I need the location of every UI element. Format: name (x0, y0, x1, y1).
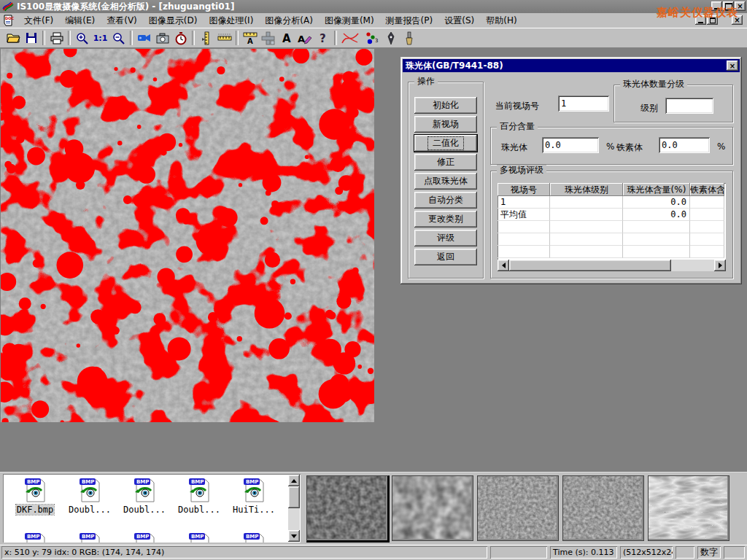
camera-capture-button[interactable] (153, 30, 171, 47)
file-browser-panel: BMP DKF.bmp BMP Doubl... (0, 472, 747, 545)
toolbar-separator (130, 31, 133, 45)
curve-tool-button[interactable] (339, 30, 361, 47)
file-item[interactable]: BMP Doubl... (173, 476, 225, 515)
toolbar-separator (42, 31, 45, 45)
hscroll-thumb[interactable] (509, 260, 671, 271)
menu-help[interactable]: 帮助(H) (480, 13, 522, 28)
toolbar-separator (334, 31, 337, 45)
one-to-one-icon: 1:1 (93, 34, 108, 43)
new-field-button[interactable]: 新视场 (414, 116, 477, 133)
brush-tool-button[interactable] (400, 30, 418, 47)
scroll-right-button[interactable] (714, 260, 726, 271)
pen-tool-button[interactable] (382, 30, 400, 47)
current-field-input[interactable] (558, 96, 609, 112)
change-class-button[interactable]: 更改类别 (414, 211, 477, 228)
table-row[interactable]: 平均值 0.0 (498, 209, 726, 221)
scroll-down-button[interactable] (288, 530, 300, 542)
file-item[interactable]: BMP Doubl... (118, 476, 171, 515)
dialog-close-button[interactable]: × (727, 61, 738, 71)
ferrite-percent-input[interactable] (659, 137, 710, 153)
table-row-empty (498, 221, 726, 233)
initialize-button[interactable]: 初始化 (414, 97, 477, 114)
micrograph-image[interactable] (1, 49, 374, 422)
caliper-button[interactable] (197, 30, 215, 47)
file-item[interactable]: BMP (228, 531, 280, 542)
file-item[interactable]: BMP (118, 531, 171, 542)
open-folder-icon (6, 31, 20, 44)
scroll-right-icon (719, 262, 722, 268)
file-list[interactable]: BMP DKF.bmp BMP Doubl... (3, 474, 301, 542)
zoom-in-button[interactable] (73, 30, 91, 47)
help-button[interactable]: ? (314, 30, 332, 47)
zoom-out-button[interactable] (109, 30, 128, 47)
ruler-button[interactable] (215, 30, 233, 47)
file-item[interactable]: BMP HuiTi... (228, 476, 280, 515)
pearlite-percent-input[interactable] (542, 137, 599, 153)
title-bar: IS100显微摄像系统(金相分析版) - [zhuguangti01] × (0, 0, 747, 13)
measure-label-button[interactable]: A (241, 30, 259, 47)
svg-text:BMP: BMP (136, 534, 149, 540)
table-hscrollbar[interactable] (498, 260, 726, 271)
thumbnail-4[interactable] (562, 475, 644, 541)
open-button[interactable] (4, 30, 22, 47)
binarize-button[interactable]: 二值化 (414, 135, 477, 152)
file-item[interactable]: BMP (9, 531, 61, 542)
dialog-title-bar[interactable]: 珠光体(GB/T9441-88) × (403, 59, 740, 72)
scroll-up-button[interactable] (288, 475, 300, 486)
print-icon (50, 31, 64, 44)
annotate-button[interactable]: A (295, 30, 314, 47)
clock-icon (174, 31, 187, 45)
rating-table[interactable]: 视场号 珠光体级别 珠光体含量(%) 铁素体含量(%) 1 0.0 平均值 0.… (498, 183, 726, 271)
auto-classify-button[interactable]: 自动分类 (414, 192, 477, 209)
toolbar: 1:1 (0, 28, 747, 48)
menu-edit[interactable]: 编辑(E) (59, 13, 101, 28)
actual-size-button[interactable]: 1:1 (91, 30, 109, 47)
print-button[interactable] (47, 30, 66, 47)
dialog-close-icon: × (729, 62, 735, 70)
file-item[interactable]: BMP Doubl... (63, 476, 116, 515)
svg-text:A: A (298, 34, 305, 44)
menu-image-display[interactable]: 图像显示(D) (143, 13, 204, 28)
register-grid-button[interactable] (259, 30, 277, 47)
bmp-file-icon: BMP (187, 476, 212, 502)
file-item[interactable]: BMP (63, 531, 116, 542)
file-item[interactable]: BMP (173, 531, 225, 542)
level-input[interactable] (665, 98, 713, 114)
video-capture-button[interactable] (135, 30, 153, 47)
rate-button[interactable]: 评级 (414, 230, 477, 246)
document-icon[interactable]: DOC (2, 15, 15, 27)
timer-button[interactable] (171, 30, 190, 47)
file-list-vscrollbar[interactable] (288, 475, 300, 542)
text-button[interactable]: A (277, 30, 295, 47)
menu-settings[interactable]: 设置(S) (438, 13, 480, 28)
thumbnail-1[interactable] (306, 475, 390, 542)
camera-icon (155, 32, 170, 44)
menu-file[interactable]: 文件(F) (18, 13, 59, 28)
vscroll-thumb[interactable] (288, 486, 300, 508)
menu-bar: DOC 文件(F) 编辑(E) 查看(V) 图像显示(D) 图像处理(I) 图像… (0, 13, 747, 28)
menu-image-processing[interactable]: 图像处理(I) (203, 13, 259, 28)
pick-pearlite-button[interactable]: 点取珠光体 (414, 173, 477, 190)
menu-image-analysis[interactable]: 图像分析(A) (259, 13, 319, 28)
bmp-file-icon: BMP (23, 531, 47, 542)
scroll-left-button[interactable] (498, 260, 509, 271)
menu-view[interactable]: 查看(V) (101, 13, 143, 28)
particles-icon: 3 (363, 31, 380, 45)
dialog-title: 珠光体(GB/T9441-88) (406, 60, 503, 72)
svg-text:BMP: BMP (82, 534, 94, 540)
thumbnail-5[interactable] (648, 475, 729, 541)
operation-group: 操作 初始化 新视场 二值化 修正 点取珠光体 自动分类 更改类别 评级 返回 (408, 82, 484, 279)
save-button[interactable] (22, 30, 40, 47)
file-item[interactable]: BMP DKF.bmp (9, 476, 61, 515)
vendor-watermark: 嘉峪关仪器仪表 (657, 6, 738, 20)
menu-measure-report[interactable]: 测量报告(P) (380, 13, 439, 28)
particle-classify-button[interactable]: 3 (361, 30, 382, 47)
return-button[interactable]: 返回 (414, 249, 477, 265)
thumbnail-2[interactable] (392, 475, 473, 541)
correct-button[interactable]: 修正 (414, 154, 477, 171)
thumbnail-3[interactable] (477, 475, 559, 541)
table-row[interactable]: 1 0.0 (498, 196, 726, 209)
svg-text:BMP: BMP (27, 534, 39, 540)
menu-image-measure[interactable]: 图像测量(M) (319, 13, 380, 28)
count-grading-label: 珠光体数量分级 (620, 79, 687, 89)
